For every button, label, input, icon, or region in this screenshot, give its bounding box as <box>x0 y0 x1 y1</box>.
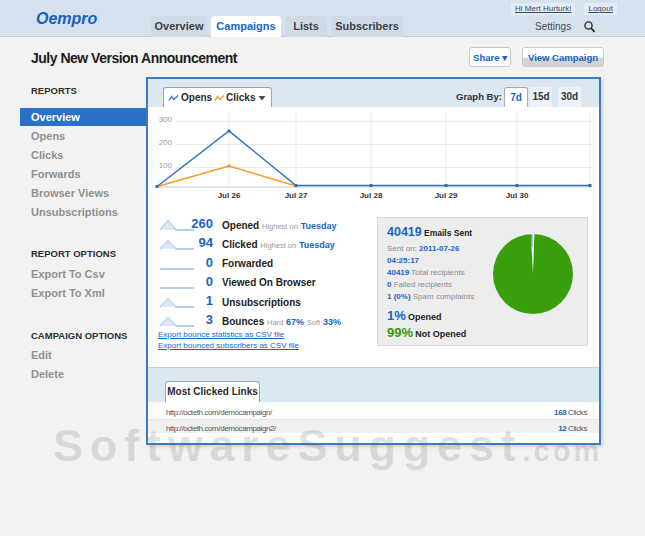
svg-text:100: 100 <box>159 161 173 170</box>
svg-text:Jul 26: Jul 26 <box>218 191 241 200</box>
svg-text:Jul 29: Jul 29 <box>435 191 458 200</box>
svg-text:200: 200 <box>159 138 173 147</box>
svg-text:Jul 28: Jul 28 <box>360 191 383 200</box>
svg-text:300: 300 <box>159 115 173 124</box>
svg-text:Jul 27: Jul 27 <box>285 191 308 200</box>
svg-text:Jul 30: Jul 30 <box>506 191 529 200</box>
